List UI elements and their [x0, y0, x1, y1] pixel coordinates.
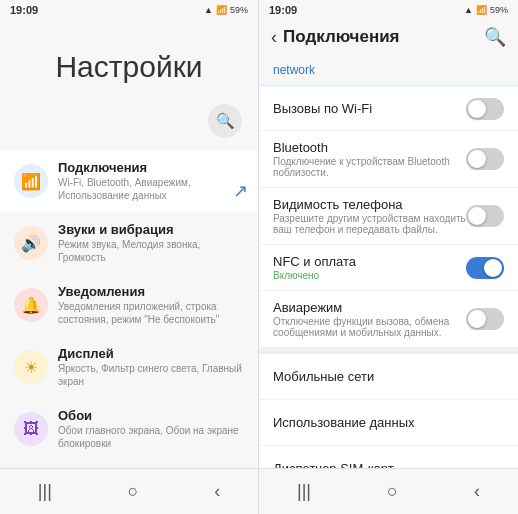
search-button[interactable]: 🔍: [208, 104, 242, 138]
wifi-icon: 📶: [216, 5, 227, 15]
sounds-sublabel: Режим звука, Мелодия звонка, Громкость: [58, 238, 244, 264]
wifi-calls-item: Вызовы по Wi-Fi: [259, 87, 518, 131]
left-status-icons: ▲ 📶 59%: [204, 5, 248, 15]
right-time: 19:09: [269, 4, 297, 16]
right-nav-bar: ||| ○ ‹: [259, 468, 518, 514]
page-title: Подключения: [283, 27, 400, 47]
bluetooth-sublabel: Подключение к устройствам Bluetooth побл…: [273, 156, 466, 178]
battery-text: 59%: [230, 5, 248, 15]
sim-manager-label: Диспетчер SIM-карт: [273, 461, 504, 468]
left-status-bar: 19:09 ▲ 📶 59%: [0, 0, 258, 20]
right-content: network Вызовы по Wi-Fi Bluetooth Подклю…: [259, 54, 518, 468]
bluetooth-toggle[interactable]: [466, 148, 504, 170]
display-label: Дисплей: [58, 346, 244, 361]
notifications-label: Уведомления: [58, 284, 244, 299]
right-nav-home[interactable]: ○: [371, 477, 414, 506]
display-icon: ☀: [14, 350, 48, 384]
data-usage-label: Использование данных: [273, 415, 504, 430]
airplane-text: Авиарежим Отключение функции вызова, обм…: [273, 300, 466, 338]
wallpaper-label: Обои: [58, 408, 244, 423]
sounds-text: Звуки и вибрация Режим звука, Мелодия зв…: [58, 222, 244, 264]
sounds-label: Звуки и вибрация: [58, 222, 244, 237]
right-signal-icon: ▲: [464, 5, 473, 15]
menu-item-notifications[interactable]: 🔔 Уведомления Уведомления приложений, ст…: [0, 274, 258, 336]
phone-visibility-item: Видимость телефона Разрешите другим устр…: [259, 188, 518, 245]
connections-sublabel: Wi-Fi, Bluetooth, Авиарежим, Использован…: [58, 176, 244, 202]
phone-visibility-label: Видимость телефона: [273, 197, 466, 212]
settings-title: Настройки: [0, 20, 258, 104]
wifi-calls-text: Вызовы по Wi-Fi: [273, 101, 466, 116]
wifi-calls-toggle[interactable]: [466, 98, 504, 120]
notifications-text: Уведомления Уведомления приложений, стро…: [58, 284, 244, 326]
airplane-sublabel: Отключение функции вызова, обмена сообще…: [273, 316, 466, 338]
header-left: ‹ Подключения: [271, 27, 400, 48]
nfc-text: NFC и оплата Включено: [273, 254, 466, 281]
display-sublabel: Яркость, Фильтр синего света, Главный эк…: [58, 362, 244, 388]
notifications-sublabel: Уведомления приложений, строка состояния…: [58, 300, 244, 326]
notifications-icon: 🔔: [14, 288, 48, 322]
right-status-bar: 19:09 ▲ 📶 59%: [259, 0, 518, 20]
bluetooth-item: Bluetooth Подключение к устройствам Blue…: [259, 131, 518, 188]
bluetooth-text: Bluetooth Подключение к устройствам Blue…: [273, 140, 466, 178]
wallpaper-text: Обои Обои главного экрана, Обои на экран…: [58, 408, 244, 450]
right-nav-back[interactable]: ‹: [458, 477, 496, 506]
airplane-toggle[interactable]: [466, 308, 504, 330]
left-panel: 19:09 ▲ 📶 59% Настройки 🔍 📶 Подключения …: [0, 0, 259, 514]
left-nav-menu[interactable]: |||: [22, 477, 68, 506]
left-nav-back[interactable]: ‹: [198, 477, 236, 506]
menu-item-connections[interactable]: 📶 Подключения Wi-Fi, Bluetooth, Авиарежи…: [0, 150, 258, 212]
wallpaper-icon: 🖼: [14, 412, 48, 446]
sounds-icon: 🔊: [14, 226, 48, 260]
left-nav-home[interactable]: ○: [112, 477, 155, 506]
connections-text: Подключения Wi-Fi, Bluetooth, Авиарежим,…: [58, 160, 244, 202]
nfc-toggle[interactable]: [466, 257, 504, 279]
wallpaper-sublabel: Обои главного экрана, Обои на экране бло…: [58, 424, 244, 450]
right-status-icons: ▲ 📶 59%: [464, 5, 508, 15]
wifi-calls-label: Вызовы по Wi-Fi: [273, 101, 466, 116]
left-time: 19:09: [10, 4, 38, 16]
right-nav-menu[interactable]: |||: [281, 477, 327, 506]
menu-item-display[interactable]: ☀ Дисплей Яркость, Фильтр синего света, …: [0, 336, 258, 398]
right-header: ‹ Подключения 🔍: [259, 20, 518, 54]
nfc-item: NFC и оплата Включено: [259, 245, 518, 291]
network-section: network: [259, 54, 518, 84]
right-panel: 19:09 ▲ 📶 59% ‹ Подключения 🔍 network Вы…: [259, 0, 518, 514]
display-text: Дисплей Яркость, Фильтр синего света, Гл…: [58, 346, 244, 388]
mobile-networks-item[interactable]: Мобильные сети: [259, 354, 518, 400]
phone-visibility-toggle[interactable]: [466, 205, 504, 227]
bluetooth-label: Bluetooth: [273, 140, 466, 155]
sim-manager-item[interactable]: Диспетчер SIM-карт: [259, 446, 518, 468]
back-button[interactable]: ‹: [271, 27, 277, 48]
right-battery-text: 59%: [490, 5, 508, 15]
airplane-item: Авиарежим Отключение функции вызова, обм…: [259, 291, 518, 348]
airplane-label: Авиарежим: [273, 300, 466, 315]
left-nav-bar: ||| ○ ‹: [0, 468, 258, 514]
network-label: network: [273, 63, 315, 77]
right-search-button[interactable]: 🔍: [484, 26, 506, 48]
data-usage-item[interactable]: Использование данных: [259, 400, 518, 446]
connections-label: Подключения: [58, 160, 244, 175]
nfc-label: NFC и оплата: [273, 254, 466, 269]
connections-arrow: ↗: [233, 180, 248, 202]
left-search-bar: 🔍: [0, 104, 258, 150]
phone-visibility-sublabel: Разрешите другим устройствам находить ва…: [273, 213, 466, 235]
connections-icon: 📶: [14, 164, 48, 198]
right-wifi-icon: 📶: [476, 5, 487, 15]
left-menu-list: 📶 Подключения Wi-Fi, Bluetooth, Авиарежи…: [0, 150, 258, 468]
mobile-networks-label: Мобильные сети: [273, 369, 504, 384]
nfc-sublabel: Включено: [273, 270, 466, 281]
signal-icon: ▲: [204, 5, 213, 15]
phone-visibility-text: Видимость телефона Разрешите другим устр…: [273, 197, 466, 235]
menu-item-sounds[interactable]: 🔊 Звуки и вибрация Режим звука, Мелодия …: [0, 212, 258, 274]
menu-item-wallpaper[interactable]: 🖼 Обои Обои главного экрана, Обои на экр…: [0, 398, 258, 460]
